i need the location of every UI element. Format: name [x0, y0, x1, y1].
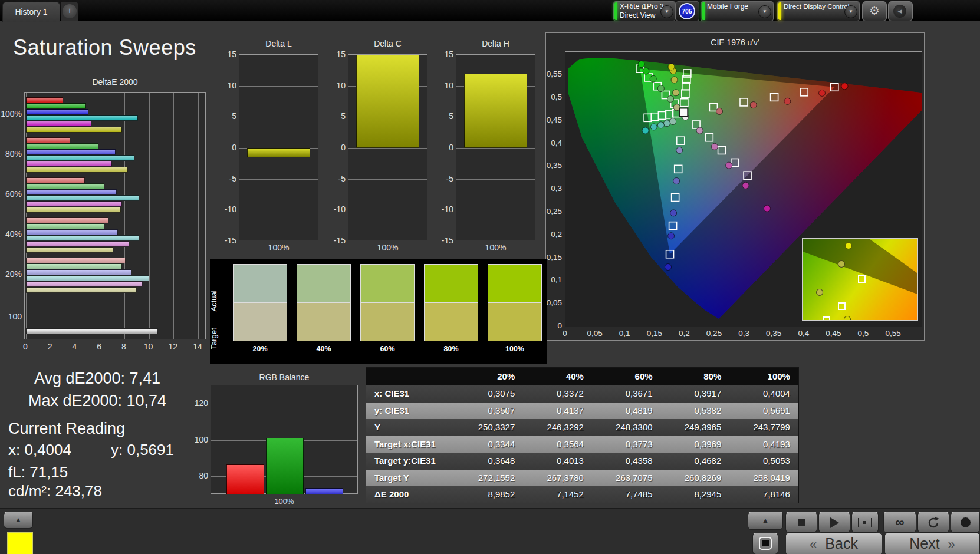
cie-chart-title: CIE 1976 u'v' [545, 38, 925, 47]
cell-value: 60% [592, 368, 661, 385]
delta-chart-title: Delta L [239, 39, 318, 48]
chevron-down-icon[interactable]: ▼ [758, 5, 771, 18]
expand-patches-button[interactable]: ▲ [4, 512, 33, 529]
table-row: Target y:CIE310,36480,40130,43580,46820,… [366, 453, 798, 470]
cell-value: 260,8269 [661, 470, 730, 487]
row-label [366, 368, 455, 385]
transport-single-measure-button[interactable] [851, 512, 879, 533]
next-button[interactable]: Next» [884, 533, 980, 554]
actual-target-swatch-panel: Actual Target 20%40%60%80%100% [210, 259, 547, 364]
top-bar: History 1 + X-Rite i1Pro 3 Direct View ▼… [0, 0, 980, 21]
measurement-marker [650, 124, 657, 130]
cie-y-tick: 0,2 [538, 230, 562, 239]
table-row: x: CIE310,30750,33720,36710,39170,4004 [366, 385, 798, 403]
delta-gridline [456, 179, 535, 180]
cie-y-tick: 0,5 [538, 93, 562, 101]
measurement-marker [667, 95, 674, 102]
actual-swatch-60% [360, 264, 415, 303]
delta-gridline [348, 148, 427, 149]
delta-y-tick: -5 [214, 174, 236, 183]
source-status-stripe [702, 2, 705, 20]
meter-badge-container: 705 [676, 1, 699, 21]
cell-value: 249,3965 [661, 419, 730, 436]
cie-x-tick: 0,2 [672, 329, 696, 338]
settings-button[interactable]: ⚙ [862, 1, 887, 21]
measurement-marker [670, 118, 676, 125]
cell-value: 0,3969 [661, 436, 730, 453]
cie-x-tick: 0,4 [792, 329, 815, 338]
chevrons-left-icon: « [810, 537, 817, 552]
cie-x-tick: 0 [553, 329, 577, 338]
patch-window-icon [759, 537, 772, 550]
rgb-bar-blue [305, 488, 343, 494]
delta-gridline [239, 210, 318, 210]
delta-y-tick: -10 [214, 205, 236, 214]
display-control-dropdown[interactable]: Direct Display Control ▼ [777, 1, 860, 21]
cie-zoom-inset [802, 238, 918, 321]
cie-y-tick: 0,3 [538, 184, 562, 193]
cell-value: 0,4004 [729, 385, 798, 403]
inset-measurement-marker [845, 242, 852, 249]
deltae-group-label: 20% [0, 269, 22, 279]
row-label: Target x:CIE31 [366, 436, 455, 453]
delta-x-label: 100% [348, 243, 427, 252]
delta-x-label: 100% [456, 243, 535, 252]
measurement-marker [673, 90, 679, 96]
deltae-bar-magenta [26, 121, 91, 127]
measurement-marker [711, 143, 718, 150]
cell-value: 267,3780 [523, 470, 592, 487]
transport-continuous-button[interactable]: ∞ [883, 512, 916, 533]
patch-window-button[interactable] [752, 533, 778, 554]
row-label: x: CIE31 [366, 385, 455, 403]
inset-measurement-marker [844, 316, 851, 321]
cie-x-tick: 0,55 [882, 329, 905, 338]
record-icon [961, 517, 971, 527]
transport-play-button[interactable] [818, 512, 850, 533]
back-button[interactable]: «Back [785, 533, 882, 554]
collapse-controls-button[interactable]: ▲ [748, 512, 783, 530]
measurement-marker [764, 205, 770, 212]
deltae-bar-cyan [26, 235, 139, 241]
cell-value: 0,4193 [729, 436, 798, 453]
chevron-down-icon[interactable]: ▼ [844, 5, 857, 18]
source-dropdown[interactable]: Mobile Forge ▼ [701, 1, 774, 21]
collapse-panel-button[interactable]: ◀ [888, 1, 913, 21]
transport-record-button[interactable] [951, 512, 980, 533]
cie-y-tick: 0,55 [538, 70, 562, 78]
chevron-down-icon[interactable]: ▼ [660, 5, 673, 18]
cell-value: 0,3648 [455, 453, 524, 470]
cie-x-tick: 0,35 [762, 329, 785, 338]
transport-refresh-button[interactable] [917, 512, 949, 533]
cell-value: 0,3344 [455, 436, 524, 453]
actual-swatch-20% [233, 264, 287, 303]
swatch-column-label: 40% [297, 345, 351, 353]
measurement-marker [650, 75, 656, 82]
infinity-icon: ∞ [896, 515, 905, 529]
deltae-bar-magenta [26, 201, 122, 207]
measurement-marker [642, 127, 649, 134]
display-control-status-stripe [778, 2, 781, 20]
cie-y-tick: 0,25 [538, 207, 562, 216]
measurement-marker [663, 120, 670, 127]
target-swatch-100% [488, 302, 542, 341]
rgb-y-tick: 100 [186, 435, 208, 444]
inset-target-marker [838, 302, 846, 310]
rgb-balance-title: RGB Balance [211, 372, 358, 382]
cell-value: 8,2945 [661, 486, 730, 503]
deltae-gridline [124, 93, 125, 339]
add-tab-button[interactable]: + [63, 4, 77, 18]
meter-dropdown[interactable]: X-Rite i1Pro 3 Direct View ▼ [613, 1, 676, 21]
delta-gridline [456, 148, 535, 149]
cell-value: 0,4013 [523, 453, 592, 470]
cell-value: 40% [523, 368, 592, 385]
meter-count-badge[interactable]: 705 [679, 3, 695, 19]
measurement-marker [716, 108, 723, 114]
tab-history-1[interactable]: History 1 [2, 2, 60, 22]
transport-stop-button[interactable] [785, 512, 817, 533]
table-row: Y250,3327246,3292248,3300249,3965243,779… [366, 419, 798, 436]
deltae-x-tick: 8 [115, 342, 133, 351]
deltae-x-tick: 0 [17, 342, 34, 351]
cell-value: 8,9852 [455, 486, 524, 503]
rgb-y-tick: 120 [186, 398, 208, 408]
cell-value: 243,7799 [729, 419, 798, 436]
